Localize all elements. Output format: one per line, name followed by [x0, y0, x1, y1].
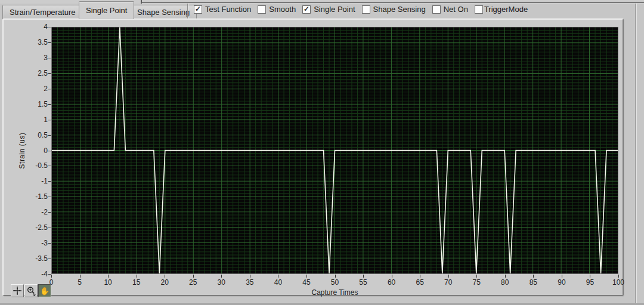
y-tick-mark: [48, 259, 51, 259]
checkbox-icon[interactable]: ✓: [475, 5, 483, 14]
checkbox-icon[interactable]: ✓: [432, 5, 441, 14]
x-tick-mark: [618, 275, 619, 278]
y-tick-label: -4: [21, 270, 48, 278]
checkbox-smooth[interactable]: ✓ Smooth: [258, 5, 296, 14]
y-tick-label: -0.5: [21, 161, 48, 170]
y-tick-label: -2: [21, 208, 48, 216]
y-tick-mark: [48, 135, 51, 136]
checkbox-icon[interactable]: ✓: [362, 5, 370, 14]
x-tick-label: 20: [153, 278, 177, 287]
x-tick-label: 60: [380, 278, 404, 287]
x-tick-label: 65: [408, 278, 432, 287]
y-tick-mark: [48, 228, 51, 228]
x-tick-label: 80: [493, 278, 517, 287]
x-tick-mark: [590, 275, 590, 278]
checkbox-label: Net On: [444, 5, 468, 14]
x-tick-label: 10: [96, 278, 120, 287]
y-tick-label: 0.5: [21, 131, 48, 139]
x-tick-label: 50: [323, 278, 347, 287]
y-tick-label: 0: [21, 147, 48, 155]
checkbox-net-on[interactable]: ✓ Net On: [432, 5, 468, 14]
x-tick-mark: [562, 275, 562, 278]
crosshair-icon: [13, 286, 22, 295]
x-tick-mark: [80, 275, 80, 278]
checkbox-test-function[interactable]: ✓ Test Function: [194, 5, 251, 14]
y-tick-mark: [48, 120, 51, 120]
x-tick-mark: [392, 275, 392, 278]
x-tick-label: 25: [181, 278, 205, 287]
checkbox-single-point[interactable]: ✓ Single Point: [302, 5, 355, 14]
y-tick-mark: [48, 166, 51, 166]
y-tick-label: 2: [21, 85, 48, 93]
checkbox-label: Smooth: [269, 5, 296, 14]
checkbox-label: TriggerMode: [484, 5, 528, 14]
tab-single-point[interactable]: Single Point: [79, 1, 134, 19]
x-tick-mark: [108, 275, 109, 278]
y-tick-mark: [48, 104, 51, 105]
x-tick-label: 75: [465, 278, 488, 287]
y-tick-mark: [48, 151, 51, 151]
zoom-tool-button[interactable]: [24, 284, 38, 297]
checkbox-icon[interactable]: ✓: [194, 5, 202, 14]
x-tick-mark: [165, 275, 165, 278]
pan-hand-tool-button[interactable]: ✋: [38, 284, 51, 297]
x-tick-mark: [250, 275, 250, 278]
x-tick-label: 40: [266, 278, 290, 287]
x-tick-mark: [137, 275, 137, 278]
x-tick-label: 45: [295, 278, 318, 287]
y-tick-label: 3.5: [21, 38, 48, 46]
x-tick-label: 15: [125, 278, 148, 287]
x-tick-mark: [278, 275, 278, 278]
strain-waveform-chart[interactable]: [51, 27, 618, 274]
y-tick-mark: [48, 212, 51, 213]
y-tick-label: 2.5: [21, 69, 48, 77]
y-tick-mark: [48, 243, 51, 244]
x-tick-label: 100: [606, 278, 630, 287]
y-tick-mark: [48, 274, 51, 275]
y-tick-label: -2.5: [21, 223, 48, 232]
y-tick-mark: [48, 89, 51, 89]
cursor-crosshair-tool-button[interactable]: [11, 284, 24, 297]
x-tick-mark: [221, 275, 222, 278]
x-tick-label: 70: [436, 278, 460, 287]
tab-page-single-point: Strain (us) 43.532.521.510.50-0.5-1-1.5-…: [2, 18, 624, 296]
x-tick-mark: [448, 275, 449, 278]
x-tick-mark: [420, 275, 420, 278]
x-tick-mark: [533, 275, 534, 278]
y-tick-mark: [48, 73, 51, 74]
y-tick-label: 3: [21, 54, 48, 62]
checkbox-label: Shape Sensing: [373, 5, 426, 14]
chart-plot-area[interactable]: [52, 27, 618, 273]
y-tick-label: -1: [21, 177, 48, 185]
checkbox-trigger-mode[interactable]: ✓ TriggerMode: [475, 5, 528, 14]
checkbox-icon[interactable]: ✓: [302, 5, 311, 14]
checkbox-icon[interactable]: ✓: [258, 5, 266, 14]
tab-separator: [187, 4, 188, 18]
x-tick-mark: [505, 275, 506, 278]
y-tick-label: 1: [21, 116, 48, 124]
x-tick-label: 90: [550, 278, 574, 287]
checkbox-row: ✓ Test Function ✓ Smooth ✓ Single Point …: [194, 0, 528, 18]
x-tick-label: 85: [521, 278, 545, 287]
y-tick-mark: [48, 27, 51, 27]
y-tick-label: -3: [21, 239, 48, 247]
y-tick-label: 4: [21, 23, 48, 31]
x-tick-mark: [476, 275, 477, 278]
y-tick-mark: [48, 42, 51, 43]
checkbox-label: Test Function: [205, 5, 251, 14]
tab-strain-temperature[interactable]: Strain/Temperature: [2, 5, 83, 19]
y-tick-mark: [48, 197, 51, 197]
checkbox-shape-sensing[interactable]: ✓ Shape Sensing: [362, 5, 426, 14]
x-tick-label: 55: [351, 278, 375, 287]
x-tick-label: 30: [209, 278, 233, 287]
x-tick-mark: [306, 275, 307, 278]
x-tick-mark: [335, 275, 336, 278]
x-tick-label: 95: [578, 278, 602, 287]
x-axis-label: Capture Times: [51, 288, 618, 297]
y-tick-label: -3.5: [21, 254, 48, 263]
x-tick-mark: [363, 275, 364, 278]
x-tick-mark: [51, 275, 52, 278]
checkbox-label: Single Point: [314, 5, 355, 14]
y-tick-mark: [48, 58, 51, 58]
y-tick-label: 1.5: [21, 100, 48, 108]
